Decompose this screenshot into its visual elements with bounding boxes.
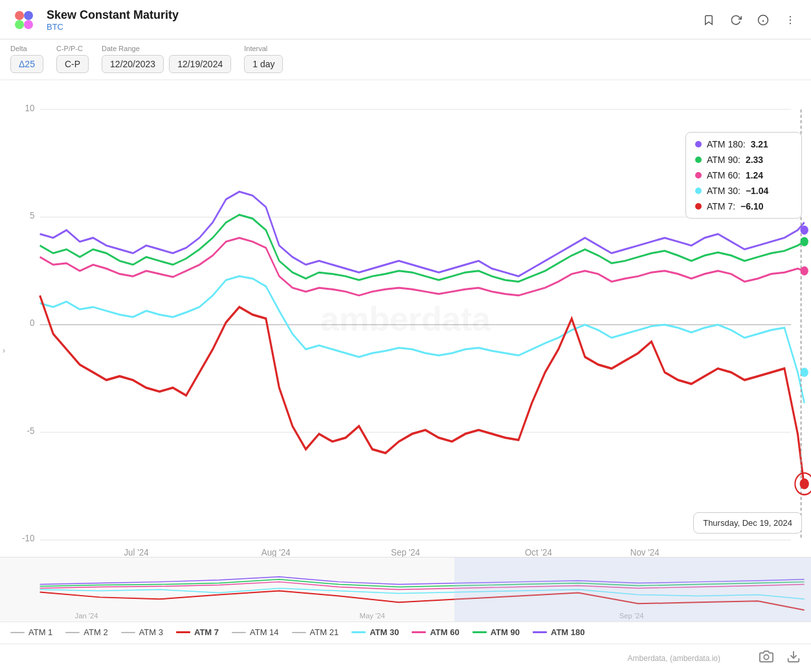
delta-value[interactable]: Δ25 — [10, 55, 43, 73]
legend-item-atm30: ATM 30 — [351, 627, 399, 637]
tooltip-row-atm7: ATM 7: −6.10 — [695, 201, 792, 211]
svg-point-32 — [800, 479, 809, 490]
atm14-legend-label: ATM 14 — [250, 627, 279, 637]
svg-text:5: 5 — [30, 210, 34, 221]
cp-control: C-P/P-C C-P — [56, 45, 89, 73]
tooltip-row-atm30: ATM 30: −1.04 — [695, 186, 792, 196]
svg-point-30 — [801, 368, 808, 377]
bookmark-button[interactable] — [698, 10, 719, 30]
svg-text:Oct '24: Oct '24 — [525, 547, 552, 557]
legend-item-atm14: ATM 14 — [232, 627, 279, 637]
svg-text:Jul '24: Jul '24 — [124, 547, 148, 557]
atm90-legend-label: ATM 90 — [491, 627, 520, 637]
delta-control: Delta Δ25 — [10, 45, 43, 73]
refresh-button[interactable] — [726, 10, 746, 30]
atm7-value: −6.10 — [740, 201, 763, 211]
svg-point-27 — [801, 226, 808, 235]
atm60-legend-line — [412, 631, 426, 633]
atm90-label: ATM 90: — [707, 155, 740, 165]
svg-text:Sep '24: Sep '24 — [619, 612, 644, 620]
legend-item-atm180: ATM 180 — [533, 627, 585, 637]
svg-point-29 — [801, 266, 808, 276]
camera-button[interactable] — [759, 649, 773, 667]
atm7-legend-label: ATM 7 — [194, 627, 219, 637]
tooltip-row-atm180: ATM 180: 3.21 — [695, 139, 792, 149]
atm7-label: ATM 7: — [707, 201, 735, 211]
date-range-control: Date Range 12/20/2023 12/19/2024 — [102, 45, 231, 73]
atm60-value: 1.24 — [746, 170, 763, 180]
footer-bar: Amberdata, (amberdata.io) — [0, 644, 811, 672]
legend-area: ATM 1 ATM 2 ATM 3 ATM 7 ATM 14 ATM 21 AT… — [0, 622, 811, 644]
atm180-legend-line — [533, 631, 547, 633]
legend-item-atm21: ATM 21 — [292, 627, 339, 637]
date-range-label: Date Range — [102, 45, 231, 52]
atm60-dot — [695, 172, 702, 179]
header-actions — [698, 10, 801, 30]
tooltip-box: ATM 180: 3.21 ATM 90: 2.33 ATM 60: 1.24 … — [685, 132, 802, 219]
atm30-label: ATM 30: — [707, 186, 740, 196]
atm2-legend-line — [65, 632, 80, 633]
atm7-dot — [695, 203, 702, 210]
atm21-legend-line — [292, 632, 306, 633]
svg-point-9 — [790, 23, 791, 24]
info-button[interactable] — [753, 10, 773, 30]
svg-point-8 — [790, 19, 791, 21]
svg-point-3 — [24, 20, 33, 29]
atm21-legend-label: ATM 21 — [310, 627, 339, 637]
atm90-dot — [695, 157, 702, 163]
atm180-label: ATM 180: — [707, 139, 746, 149]
download-button[interactable] — [786, 649, 801, 667]
atm1-legend-label: ATM 1 — [28, 627, 52, 637]
date-end-input[interactable]: 12/19/2024 — [169, 55, 231, 73]
svg-text:Jan '24: Jan '24 — [74, 612, 98, 620]
atm90-value: 2.33 — [746, 155, 763, 165]
atm180-value: 3.21 — [751, 139, 768, 149]
date-range-inputs: 12/20/2023 12/19/2024 — [102, 55, 231, 73]
svg-point-0 — [15, 11, 24, 20]
atm30-legend-line — [351, 631, 366, 633]
expand-button[interactable]: › — [3, 346, 13, 356]
atm60-label: ATM 60: — [707, 170, 740, 180]
legend-item-atm60: ATM 60 — [412, 627, 459, 637]
atm2-legend-label: ATM 2 — [83, 627, 107, 637]
delta-label: Delta — [10, 45, 43, 52]
svg-text:Nov '24: Nov '24 — [630, 547, 660, 557]
atm30-dot — [695, 188, 702, 194]
interval-value[interactable]: 1 day — [244, 55, 283, 73]
atm7-legend-line — [176, 631, 190, 633]
legend-item-atm1: ATM 1 — [10, 627, 52, 637]
mini-chart-svg: Jan '24 May '24 Sep '24 — [0, 558, 811, 622]
atm90-legend-line — [472, 631, 487, 633]
amberdata-logo — [10, 6, 38, 34]
legend-item-atm90: ATM 90 — [472, 627, 520, 637]
controls-bar: Delta Δ25 C-P/P-C C-P Date Range 12/20/2… — [0, 39, 811, 80]
footer-actions — [759, 649, 801, 667]
mini-chart: Jan '24 May '24 Sep '24 — [0, 557, 811, 622]
atm3-legend-label: ATM 3 — [139, 627, 163, 637]
atm180-legend-label: ATM 180 — [551, 627, 585, 637]
svg-point-1 — [24, 11, 33, 20]
title-group: Skew Constant Maturity BTC — [47, 8, 689, 32]
chart-area: › amberdata 10 5 0 -5 -10 Jul '2 — [0, 80, 811, 622]
page-title: Skew Constant Maturity — [47, 8, 689, 22]
atm180-dot — [695, 141, 702, 147]
more-menu-button[interactable] — [780, 10, 801, 30]
svg-point-2 — [15, 20, 24, 29]
svg-point-36 — [764, 655, 768, 659]
svg-text:-10: -10 — [22, 532, 34, 543]
atm60-legend-label: ATM 60 — [430, 627, 459, 637]
atm14-legend-line — [232, 632, 246, 633]
interval-label: Interval — [244, 45, 283, 52]
legend-item-atm7: ATM 7 — [176, 627, 219, 637]
date-tooltip: Thursday, Dec 19, 2024 — [693, 512, 802, 534]
header: Skew Constant Maturity BTC — [0, 0, 811, 39]
interval-control: Interval 1 day — [244, 45, 283, 73]
svg-text:May '24: May '24 — [360, 612, 385, 620]
cp-value[interactable]: C-P — [56, 55, 89, 73]
atm1-legend-line — [10, 632, 25, 633]
tooltip-row-atm60: ATM 60: 1.24 — [695, 170, 792, 180]
date-start-input[interactable]: 12/20/2023 — [102, 55, 164, 73]
tooltip-row-atm90: ATM 90: 2.33 — [695, 155, 792, 165]
svg-text:10: 10 — [25, 102, 35, 113]
svg-text:Sep '24: Sep '24 — [391, 547, 420, 557]
